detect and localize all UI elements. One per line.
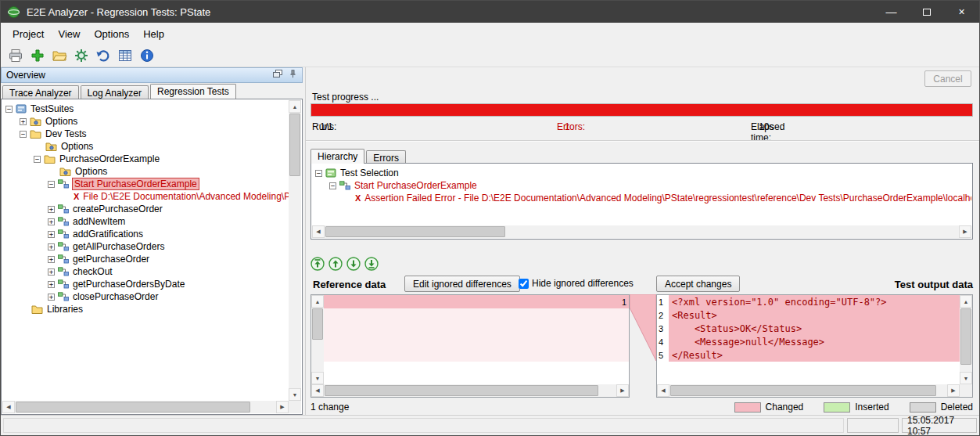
tree-item[interactable]: +getPurchaseOrdersByDate xyxy=(2,278,289,290)
menu-item-options[interactable]: Options xyxy=(87,24,136,44)
expand-toggle[interactable]: + xyxy=(48,294,55,301)
collapse-toggle[interactable]: − xyxy=(34,156,41,163)
tree-item[interactable]: +closePurchaseOrder xyxy=(2,290,289,303)
add-icon[interactable] xyxy=(28,47,46,65)
menu-item-project[interactable]: Project xyxy=(5,24,51,44)
undo-icon[interactable] xyxy=(94,47,112,65)
reference-horizontal-scrollbar[interactable]: ◀▶ xyxy=(311,384,629,397)
scroll-down-button[interactable]: ▼ xyxy=(960,372,972,384)
scroll-left-button[interactable]: ◀ xyxy=(311,384,324,397)
edit-ignored-differences-button[interactable]: Edit ignored differences xyxy=(404,276,520,292)
collapse-toggle[interactable]: − xyxy=(48,181,55,188)
collapse-toggle[interactable]: − xyxy=(5,106,13,113)
tab-regression-tests[interactable]: Regression Tests xyxy=(150,84,236,99)
scroll-up-button[interactable]: ▲ xyxy=(289,100,301,113)
scroll-down-button[interactable]: ▼ xyxy=(311,372,324,384)
expand-toggle[interactable]: + xyxy=(48,281,55,288)
log-table-icon[interactable] xyxy=(116,47,134,65)
expand-toggle[interactable]: + xyxy=(48,206,55,213)
tree-item[interactable]: Options xyxy=(2,140,289,153)
scrollbar-thumb[interactable] xyxy=(289,114,300,176)
scroll-down-button[interactable]: ▼ xyxy=(289,388,301,401)
tree-item[interactable]: −Start PurchaseOrderExample xyxy=(2,178,289,190)
close-button[interactable]: × xyxy=(944,1,979,23)
last-difference-button[interactable] xyxy=(364,257,379,271)
expand-toggle[interactable]: + xyxy=(20,118,27,125)
scrollbar-thumb[interactable] xyxy=(960,308,971,365)
tree-item[interactable]: −PurchaseOrderExample xyxy=(2,153,289,165)
hide-ignored-differences-option: Hide ignored differences xyxy=(519,278,634,289)
open-folder-icon[interactable] xyxy=(50,47,68,65)
menu-item-help[interactable]: Help xyxy=(136,24,171,44)
expand-toggle[interactable]: + xyxy=(48,256,55,263)
scroll-right-button[interactable]: ▶ xyxy=(616,384,629,397)
tree-item[interactable]: XFile D:\E2E Documentation\Advanced Mode… xyxy=(2,190,289,203)
scroll-right-button[interactable]: ▶ xyxy=(276,401,289,413)
tree-item[interactable]: +Options xyxy=(2,115,289,128)
overview-vertical-scrollbar[interactable]: ▲▼ xyxy=(289,100,301,401)
tab-log-analyzer[interactable]: Log Analyzer xyxy=(81,85,149,99)
print-icon[interactable] xyxy=(6,47,24,65)
tree-item[interactable]: −Start PurchaseOrderExample xyxy=(312,179,971,192)
tree-item[interactable]: +createPurchaseOrder xyxy=(2,203,289,215)
reference-vertical-scrollbar[interactable]: ▲▼ xyxy=(311,295,324,384)
overview-panel: Overview Trace AnalyzerLog AnalyzerRegre… xyxy=(1,67,303,415)
scroll-right-button[interactable]: ▶ xyxy=(947,384,960,397)
scroll-left-button[interactable]: ◀ xyxy=(312,225,325,238)
scrollbar-thumb[interactable] xyxy=(16,402,250,413)
collapse-toggle[interactable]: − xyxy=(315,170,322,177)
output-line-text: <?xml version="1.0" encoding="UTF-8"?> xyxy=(669,297,887,308)
next-difference-button[interactable] xyxy=(346,257,361,271)
previous-difference-button[interactable] xyxy=(328,257,343,271)
expand-toggle[interactable]: + xyxy=(48,231,55,238)
float-window-icon[interactable] xyxy=(273,70,282,81)
selection-icon xyxy=(325,168,336,178)
tree-item[interactable]: −Dev Tests xyxy=(2,128,289,140)
collapse-toggle[interactable]: − xyxy=(20,131,27,138)
tree-item[interactable]: +addGratifications xyxy=(2,228,289,240)
tree-item[interactable]: +checkOut xyxy=(2,265,289,278)
options-icon xyxy=(59,167,71,176)
scrollbar-thumb[interactable] xyxy=(312,308,323,340)
tab-trace-analyzer[interactable]: Trace Analyzer xyxy=(2,85,79,99)
accept-changes-button[interactable]: Accept changes xyxy=(656,276,740,292)
output-vertical-scrollbar[interactable]: ▲▼ xyxy=(960,295,972,384)
expand-toggle[interactable]: + xyxy=(48,268,55,276)
cancel-button[interactable]: Cancel xyxy=(924,70,971,87)
pin-icon[interactable] xyxy=(289,70,297,81)
output-horizontal-scrollbar[interactable]: ◀▶ xyxy=(657,384,960,397)
info-icon[interactable] xyxy=(138,47,156,65)
hide-ignored-differences-checkbox[interactable] xyxy=(519,279,529,289)
expand-toggle[interactable]: + xyxy=(48,243,55,250)
tree-item[interactable]: XAssertion Failed Error - File D:\E2E Do… xyxy=(312,192,971,204)
tab-errors[interactable]: Errors xyxy=(366,150,406,164)
app-logo-icon xyxy=(7,5,20,19)
scroll-left-button[interactable]: ◀ xyxy=(2,401,15,413)
scroll-up-button[interactable]: ▲ xyxy=(960,295,972,308)
tree-item[interactable]: Libraries xyxy=(2,303,289,315)
scrollbar-thumb[interactable] xyxy=(325,226,505,237)
tree-item[interactable]: −TestSuites xyxy=(2,103,289,115)
scrollbar-thumb[interactable] xyxy=(325,385,598,396)
menu-item-view[interactable]: View xyxy=(51,24,87,44)
scrollbar-thumb[interactable] xyxy=(670,385,936,396)
minimize-button[interactable]: — xyxy=(874,1,909,23)
tree-item[interactable]: Options xyxy=(2,165,289,178)
scroll-right-button[interactable]: ▶ xyxy=(959,225,971,238)
maximize-button[interactable] xyxy=(909,1,944,23)
tab-hierarchy[interactable]: Hierarchy xyxy=(311,149,364,164)
collapse-toggle[interactable]: − xyxy=(329,182,336,189)
settings-gear-icon[interactable] xyxy=(72,47,90,65)
test-progress-bar xyxy=(311,103,973,117)
hierarchy-horizontal-scrollbar[interactable]: ◀▶ xyxy=(312,225,971,238)
tree-item[interactable]: +getPurchaseOrder xyxy=(2,253,289,265)
first-difference-button[interactable] xyxy=(311,257,325,271)
scroll-up-button[interactable]: ▲ xyxy=(311,295,324,308)
overview-horizontal-scrollbar[interactable]: ◀▶ xyxy=(2,401,289,413)
tree-item[interactable]: +getAllPurchaseOrders xyxy=(2,240,289,253)
tree-item[interactable]: −Test Selection xyxy=(312,167,971,179)
error-icon: X xyxy=(74,192,79,201)
expand-toggle[interactable]: + xyxy=(48,218,55,225)
tree-item[interactable]: +addNewItem xyxy=(2,215,289,228)
scroll-left-button[interactable]: ◀ xyxy=(657,384,669,397)
